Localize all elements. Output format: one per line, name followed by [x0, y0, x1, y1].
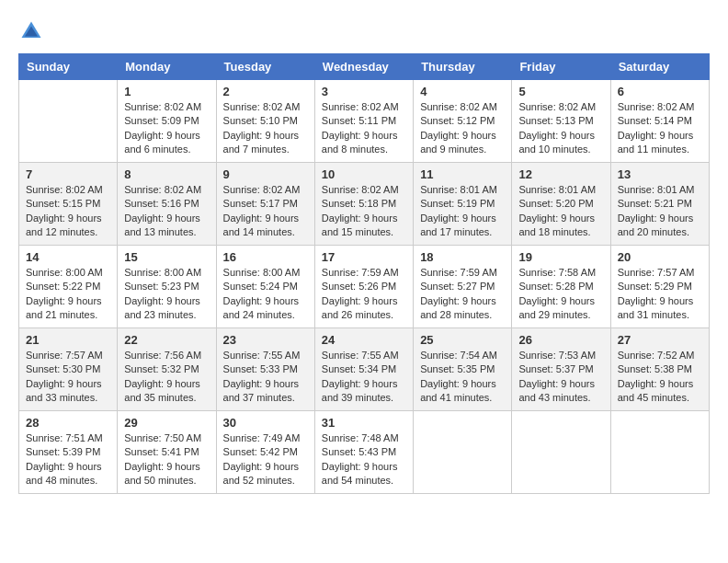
sunset: Sunset: 5:23 PM [124, 280, 209, 293]
sunset: Sunset: 5:33 PM [223, 362, 308, 376]
sunrise: Sunrise: 8:02 AM [618, 100, 702, 114]
week-row-4: 21 Sunrise: 7:57 AM Sunset: 5:30 PM Dayl… [19, 328, 710, 411]
calendar-cell: 15 Sunrise: 8:00 AM Sunset: 5:23 PM Dayl… [118, 246, 216, 328]
day-number: 23 [223, 333, 308, 347]
day-number: 28 [26, 416, 110, 430]
calendar-cell: 28 Sunrise: 7:51 AM Sunset: 5:39 PM Dayl… [19, 411, 118, 494]
day-number: 20 [618, 250, 702, 264]
daylight: Daylight: 9 hours and 6 minutes. [124, 129, 209, 157]
sunset: Sunset: 5:20 PM [518, 197, 603, 211]
calendar-cell: 3 Sunrise: 8:02 AM Sunset: 5:11 PM Dayli… [314, 80, 413, 163]
cell-info: Sunrise: 8:02 AM Sunset: 5:16 PM Dayligh… [124, 183, 209, 240]
sunrise: Sunrise: 7:55 AM [223, 349, 308, 362]
sunrise: Sunrise: 8:00 AM [26, 266, 110, 280]
cell-info: Sunrise: 8:01 AM Sunset: 5:20 PM Dayligh… [518, 183, 603, 240]
daylight: Daylight: 9 hours and 13 minutes. [124, 212, 209, 240]
day-number: 16 [223, 250, 308, 264]
cell-info: Sunrise: 7:51 AM Sunset: 5:39 PM Dayligh… [26, 431, 110, 488]
cell-info: Sunrise: 8:02 AM Sunset: 5:18 PM Dayligh… [322, 183, 406, 240]
week-row-2: 7 Sunrise: 8:02 AM Sunset: 5:15 PM Dayli… [19, 163, 710, 246]
sunrise: Sunrise: 8:01 AM [420, 183, 505, 197]
daylight: Daylight: 9 hours and 8 minutes. [322, 129, 406, 157]
daylight: Daylight: 9 hours and 15 minutes. [322, 212, 406, 240]
daylight: Daylight: 9 hours and 28 minutes. [420, 294, 505, 323]
sunset: Sunset: 5:27 PM [420, 280, 505, 293]
sunrise: Sunrise: 7:51 AM [26, 431, 110, 445]
sunset: Sunset: 5:15 PM [26, 197, 110, 211]
sunrise: Sunrise: 8:02 AM [26, 183, 110, 197]
sunset: Sunset: 5:32 PM [124, 362, 209, 376]
day-number: 27 [618, 333, 702, 347]
sunrise: Sunrise: 7:58 AM [518, 266, 603, 280]
week-row-5: 28 Sunrise: 7:51 AM Sunset: 5:39 PM Dayl… [19, 411, 710, 494]
sunset: Sunset: 5:38 PM [618, 362, 702, 376]
week-row-1: 1 Sunrise: 8:02 AM Sunset: 5:09 PM Dayli… [19, 80, 710, 163]
calendar-cell: 2 Sunrise: 8:02 AM Sunset: 5:10 PM Dayli… [216, 80, 314, 163]
sunset: Sunset: 5:14 PM [618, 114, 702, 128]
sunrise: Sunrise: 8:02 AM [420, 100, 505, 114]
day-number: 12 [518, 167, 603, 181]
calendar-cell: 12 Sunrise: 8:01 AM Sunset: 5:20 PM Dayl… [512, 163, 610, 246]
sunrise: Sunrise: 7:53 AM [518, 349, 603, 362]
day-number: 2 [223, 85, 308, 98]
calendar-cell: 24 Sunrise: 7:55 AM Sunset: 5:34 PM Dayl… [314, 328, 413, 411]
sunset: Sunset: 5:13 PM [518, 114, 603, 128]
cell-info: Sunrise: 8:00 AM Sunset: 5:22 PM Dayligh… [26, 266, 110, 323]
sunset: Sunset: 5:16 PM [124, 197, 209, 211]
sunrise: Sunrise: 8:02 AM [223, 100, 308, 114]
cell-info: Sunrise: 7:55 AM Sunset: 5:34 PM Dayligh… [322, 349, 406, 406]
sunset: Sunset: 5:26 PM [322, 280, 406, 293]
sunset: Sunset: 5:28 PM [518, 280, 603, 293]
page-header [18, 18, 710, 44]
day-number: 17 [322, 250, 406, 264]
cell-info: Sunrise: 8:02 AM Sunset: 5:12 PM Dayligh… [420, 100, 505, 157]
logo [18, 18, 48, 44]
sunset: Sunset: 5:10 PM [223, 114, 308, 128]
daylight: Daylight: 9 hours and 39 minutes. [322, 377, 406, 406]
daylight: Daylight: 9 hours and 45 minutes. [618, 377, 702, 406]
daylight: Daylight: 9 hours and 33 minutes. [26, 377, 110, 406]
sunset: Sunset: 5:39 PM [26, 445, 110, 459]
sunset: Sunset: 5:30 PM [26, 362, 110, 376]
calendar-cell: 8 Sunrise: 8:02 AM Sunset: 5:16 PM Dayli… [118, 163, 216, 246]
cell-info: Sunrise: 7:52 AM Sunset: 5:38 PM Dayligh… [618, 349, 702, 406]
sunrise: Sunrise: 8:01 AM [618, 183, 702, 197]
calendar-cell: 7 Sunrise: 8:02 AM Sunset: 5:15 PM Dayli… [19, 163, 118, 246]
sunset: Sunset: 5:29 PM [618, 280, 702, 293]
sunset: Sunset: 5:34 PM [322, 362, 406, 376]
sunrise: Sunrise: 7:59 AM [420, 266, 505, 280]
calendar-cell: 9 Sunrise: 8:02 AM Sunset: 5:17 PM Dayli… [216, 163, 314, 246]
calendar-cell [512, 411, 610, 494]
calendar-cell: 26 Sunrise: 7:53 AM Sunset: 5:37 PM Dayl… [512, 328, 610, 411]
cell-info: Sunrise: 7:55 AM Sunset: 5:33 PM Dayligh… [223, 349, 308, 406]
cell-info: Sunrise: 7:54 AM Sunset: 5:35 PM Dayligh… [420, 349, 505, 406]
daylight: Daylight: 9 hours and 17 minutes. [420, 212, 505, 240]
calendar-cell: 10 Sunrise: 8:02 AM Sunset: 5:18 PM Dayl… [314, 163, 413, 246]
cell-info: Sunrise: 7:53 AM Sunset: 5:37 PM Dayligh… [518, 349, 603, 406]
week-row-3: 14 Sunrise: 8:00 AM Sunset: 5:22 PM Dayl… [19, 246, 710, 328]
sunrise: Sunrise: 8:02 AM [322, 100, 406, 114]
calendar-cell: 23 Sunrise: 7:55 AM Sunset: 5:33 PM Dayl… [216, 328, 314, 411]
header-cell-wednesday: Wednesday [314, 54, 413, 80]
day-number: 30 [223, 416, 308, 430]
sunrise: Sunrise: 7:57 AM [26, 349, 110, 362]
calendar-cell: 20 Sunrise: 7:57 AM Sunset: 5:29 PM Dayl… [610, 246, 709, 328]
calendar-cell: 21 Sunrise: 7:57 AM Sunset: 5:30 PM Dayl… [19, 328, 118, 411]
daylight: Daylight: 9 hours and 18 minutes. [518, 212, 603, 240]
calendar-cell: 16 Sunrise: 8:00 AM Sunset: 5:24 PM Dayl… [216, 246, 314, 328]
sunrise: Sunrise: 7:57 AM [618, 266, 702, 280]
daylight: Daylight: 9 hours and 21 minutes. [26, 294, 110, 323]
sunset: Sunset: 5:42 PM [223, 445, 308, 459]
calendar-cell: 13 Sunrise: 8:01 AM Sunset: 5:21 PM Dayl… [610, 163, 709, 246]
cell-info: Sunrise: 7:56 AM Sunset: 5:32 PM Dayligh… [124, 349, 209, 406]
day-number: 22 [124, 333, 209, 347]
calendar-cell: 30 Sunrise: 7:49 AM Sunset: 5:42 PM Dayl… [216, 411, 314, 494]
header-cell-friday: Friday [512, 54, 610, 80]
daylight: Daylight: 9 hours and 54 minutes. [322, 460, 406, 488]
cell-info: Sunrise: 7:50 AM Sunset: 5:41 PM Dayligh… [124, 431, 209, 488]
day-number: 21 [26, 333, 110, 347]
day-number: 1 [124, 85, 209, 98]
day-number: 13 [618, 167, 702, 181]
daylight: Daylight: 9 hours and 20 minutes. [618, 212, 702, 240]
day-number: 26 [518, 333, 603, 347]
